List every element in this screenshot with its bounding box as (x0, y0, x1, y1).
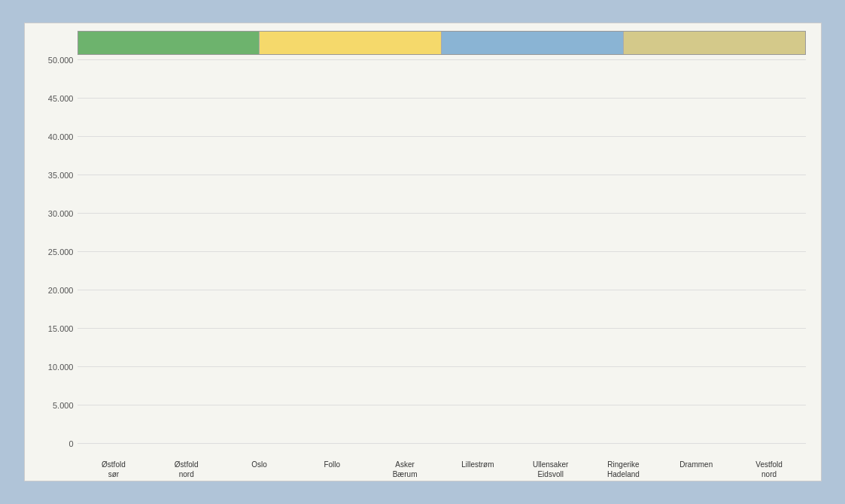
y-axis-label: 50.000 (48, 56, 74, 65)
y-axis-label: 0 (68, 439, 73, 448)
y-axis-label: 25.000 (48, 247, 74, 257)
chart-container: 50.00045.00040.00035.00030.00025.00020.0… (24, 23, 822, 481)
x-axis-label: AskerBærum (369, 460, 442, 479)
y-axis-label: 45.000 (48, 94, 74, 103)
legend-gjennom (624, 32, 805, 54)
grid-line: 0 (78, 443, 806, 444)
x-axis-label: RingerikeHadeland (587, 460, 660, 479)
x-axis-label: Østfoldsør (78, 460, 150, 479)
y-axis-label: 5.000 (53, 401, 74, 410)
x-axis-label: Follo (296, 460, 369, 479)
y-axis-label: 20.000 (48, 286, 74, 295)
legend-inn-til (260, 32, 442, 54)
x-axis-label: Oslo (223, 460, 296, 479)
y-axis-label: 10.000 (48, 363, 74, 372)
y-axis-label: 15.000 (48, 324, 74, 333)
x-axis-label: Drammen (660, 460, 733, 479)
y-axis-label: 35.000 (48, 171, 74, 180)
x-axis-label: UllensakerEidsvoll (514, 460, 587, 479)
bars-area (78, 59, 806, 443)
chart-area: 50.00045.00040.00035.00030.00025.00020.0… (78, 59, 806, 443)
x-axis-label: Lillestrøm (441, 460, 514, 479)
x-axis-label: Vestfoldnord (733, 460, 806, 479)
legend-internt (78, 32, 260, 54)
y-axis-label: 30.000 (48, 209, 74, 218)
x-labels: ØstfoldsørØstfoldnordOsloFolloAskerBærum… (78, 460, 806, 479)
legend-ut-av (442, 32, 624, 54)
y-axis-label: 40.000 (48, 132, 74, 141)
x-axis-label: Østfoldnord (150, 460, 223, 479)
legend-bar (78, 31, 806, 55)
